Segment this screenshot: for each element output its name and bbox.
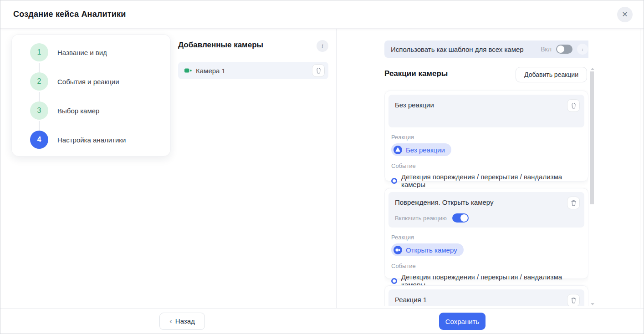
template-banner-label: Использовать как шаблон для всех камер: [391, 46, 541, 53]
delete-reaction-button[interactable]: [567, 197, 580, 209]
scrollbar-down-arrow[interactable]: [591, 303, 594, 305]
stepper: 1 Название и вид 2 События и реакции 3 В…: [11, 34, 171, 157]
reaction-card-title: Без реакции: [395, 101, 578, 109]
camera-list-item[interactable]: Камера 1: [178, 62, 328, 79]
step-4-number: 4: [30, 131, 48, 149]
delete-camera-button[interactable]: [312, 64, 325, 77]
chevron-left-icon: ‹: [169, 317, 172, 325]
event-field-label: Событие: [391, 263, 582, 269]
create-analytics-case-dialog: Создание кейса Аналитики ✕ 1 Название и …: [0, 0, 644, 334]
stepper-step-4[interactable]: 4 Настройка аналитики: [30, 131, 126, 149]
template-toggle-label: Вкл: [541, 46, 552, 53]
reaction-card-header: Реакция 1: [388, 289, 584, 306]
trash-icon: [571, 200, 577, 206]
event-ring-icon: [391, 278, 397, 284]
reaction-card: Реакция 1: [384, 285, 588, 306]
close-button[interactable]: ✕: [617, 7, 633, 22]
camera-name: Камера 1: [196, 67, 312, 75]
event-field-label: Событие: [391, 162, 582, 169]
step-4-label: Настройка аналитики: [57, 136, 126, 144]
trash-icon: [571, 102, 577, 109]
reaction-card-title: Реакция 1: [395, 296, 578, 304]
template-toggle[interactable]: [556, 45, 572, 54]
reaction-chip-label: Без реакции: [406, 146, 445, 154]
stepper-connector: [39, 92, 40, 102]
reaction-field-label: Реакция: [391, 234, 582, 241]
back-button-label: Назад: [175, 317, 195, 325]
reactions-scrollbar[interactable]: [590, 68, 594, 305]
reactions-panel: Использовать как шаблон для всех камер В…: [384, 29, 588, 306]
enable-reaction-label: Включить реакцию: [395, 215, 447, 222]
reaction-card: Повреждения. Открыть камеру Включить реа…: [384, 188, 588, 279]
template-banner: Использовать как шаблон для всех камер В…: [384, 40, 588, 58]
step-1-number: 1: [30, 43, 48, 61]
dialog-footer: ‹Назад Сохранить: [0, 308, 644, 334]
step-3-number: 3: [30, 101, 48, 120]
add-reaction-button[interactable]: Добавить реакции: [516, 67, 587, 82]
step-2-label: События и реакции: [57, 78, 119, 86]
event-row: Детекция повреждения / перекрытия / ванд…: [391, 173, 582, 188]
reaction-card: Без реакции Реакция Без реакции Событие …: [384, 91, 588, 182]
panel-edge-line: [640, 29, 640, 328]
reactions-title: Реакции камеры: [384, 69, 448, 78]
reaction-card-header: Повреждения. Открыть камеру Включить реа…: [388, 192, 584, 228]
trash-icon: [571, 297, 577, 304]
reaction-chip[interactable]: Открыть камеру: [391, 243, 464, 256]
stepper-connector: [39, 121, 40, 131]
added-cameras-title: Добавленные камеры: [178, 40, 263, 49]
stepper-connector: [39, 63, 40, 73]
camera-icon: [184, 68, 192, 74]
stepper-step-3[interactable]: 3 Выбор камер: [30, 101, 99, 120]
scrollbar-thumb[interactable]: [590, 71, 594, 204]
reaction-field-label: Реакция: [391, 134, 582, 141]
dialog-title: Создание кейса Аналитики: [13, 10, 126, 19]
delete-reaction-button[interactable]: [567, 99, 580, 112]
open-camera-icon: [394, 246, 402, 254]
cameras-info-icon[interactable]: i: [317, 40, 328, 52]
step-2-number: 2: [30, 72, 48, 91]
enable-reaction-toggle[interactable]: [452, 213, 469, 223]
dialog-header: Создание кейса Аналитики ✕: [0, 0, 644, 29]
delete-reaction-button[interactable]: [567, 294, 580, 306]
stepper-step-2[interactable]: 2 События и реакции: [30, 72, 119, 91]
scrollbar-up-arrow[interactable]: [591, 68, 594, 70]
toggle-knob: [460, 214, 468, 222]
trash-icon: [316, 67, 322, 74]
reaction-chip[interactable]: Без реакции: [391, 143, 451, 156]
no-reaction-icon: [394, 146, 402, 154]
column-divider: [336, 29, 337, 308]
event-ring-icon: [391, 178, 397, 184]
back-button[interactable]: ‹Назад: [159, 313, 205, 330]
toggle-knob: [557, 46, 564, 53]
event-text: Детекция повреждения / перекрытия / ванд…: [401, 173, 582, 188]
reaction-chip-label: Открыть камеру: [406, 246, 457, 254]
step-3-label: Выбор камер: [57, 107, 99, 115]
stepper-step-1[interactable]: 1 Название и вид: [30, 43, 107, 61]
save-button[interactable]: Сохранить: [439, 313, 486, 330]
reaction-card-header: Без реакции: [388, 95, 584, 127]
template-info-icon[interactable]: i: [577, 44, 588, 55]
step-1-label: Название и вид: [57, 49, 107, 56]
close-icon: ✕: [622, 10, 628, 18]
reaction-card-title: Повреждения. Открыть камеру: [395, 198, 578, 206]
